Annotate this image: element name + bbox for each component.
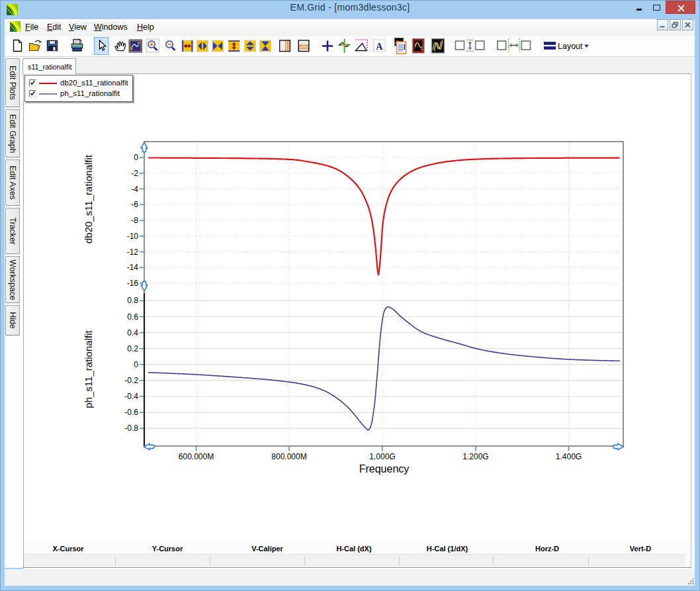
- svg-text:1.200G: 1.200G: [462, 452, 488, 461]
- svg-text:ph_s11_rationalfit: ph_s11_rationalfit: [83, 330, 94, 408]
- svg-text:db20_s11_rationalfit: db20_s11_rationalfit: [83, 154, 94, 244]
- svg-text:-4: -4: [131, 185, 138, 194]
- svg-text:0.2: 0.2: [127, 344, 138, 353]
- svg-text:-10: -10: [127, 232, 139, 241]
- svg-text:-8: -8: [131, 216, 138, 225]
- svg-text:-0.4: -0.4: [124, 392, 138, 401]
- svg-text:0.6: 0.6: [127, 312, 138, 322]
- svg-text:0: 0: [134, 360, 138, 369]
- svg-text:-0.6: -0.6: [124, 408, 138, 417]
- svg-text:0.4: 0.4: [127, 328, 138, 338]
- svg-text:-16: -16: [127, 279, 139, 288]
- svg-text:-2: -2: [131, 169, 138, 178]
- svg-text:800.000M: 800.000M: [271, 452, 306, 461]
- svg-text:1.400G: 1.400G: [556, 452, 582, 461]
- svg-text:0: 0: [134, 153, 138, 162]
- svg-text:600.000M: 600.000M: [179, 452, 214, 461]
- svg-text:-12: -12: [127, 248, 139, 257]
- svg-text:0.8: 0.8: [127, 296, 138, 305]
- svg-text:-6: -6: [131, 200, 138, 209]
- svg-text:-14: -14: [127, 263, 139, 272]
- svg-text:-0.8: -0.8: [124, 424, 138, 433]
- svg-text:-0.2: -0.2: [124, 376, 138, 385]
- svg-text:Frequency: Frequency: [359, 463, 410, 475]
- svg-text:1.000G: 1.000G: [369, 452, 395, 461]
